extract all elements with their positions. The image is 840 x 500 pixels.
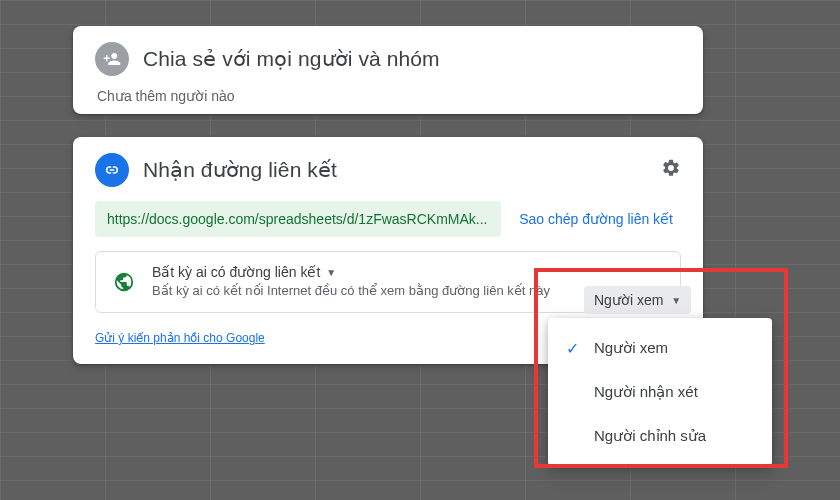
access-scope-selector[interactable]: Bất kỳ ai có đường liên kết ▼ [152,264,666,280]
role-option-editor[interactable]: Người chỉnh sửa [548,414,772,458]
get-link-title: Nhận đường liên kết [143,158,337,182]
access-scope-label: Bất kỳ ai có đường liên kết [152,264,320,280]
role-option-label: Người chỉnh sửa [594,427,756,445]
caret-down-icon: ▼ [326,267,336,278]
globe-icon [110,268,138,296]
role-selected-label: Người xem [594,292,663,308]
share-empty-text: Chưa thêm người nào [97,88,681,104]
share-people-card: Chia sẻ với mọi người và nhóm Chưa thêm … [73,26,703,114]
gear-icon[interactable] [661,158,681,182]
share-link-input[interactable] [95,201,501,237]
copy-link-button[interactable]: Sao chép đường liên kết [511,203,681,235]
role-option-commenter[interactable]: Người nhận xét [548,370,772,414]
send-feedback-link[interactable]: Gửi ý kiến phản hồi cho Google [95,331,265,345]
role-selector-button[interactable]: Người xem ▼ [584,286,691,314]
person-add-icon [95,42,129,76]
role-option-viewer[interactable]: ✓ Người xem [548,326,772,370]
share-title: Chia sẻ với mọi người và nhóm [143,47,440,71]
role-option-label: Người nhận xét [594,383,756,401]
link-icon [95,153,129,187]
caret-down-icon: ▼ [671,295,681,306]
check-icon: ✓ [566,339,594,358]
role-dropdown-menu: ✓ Người xem Người nhận xét Người chỉnh s… [548,318,772,466]
role-option-label: Người xem [594,339,756,357]
